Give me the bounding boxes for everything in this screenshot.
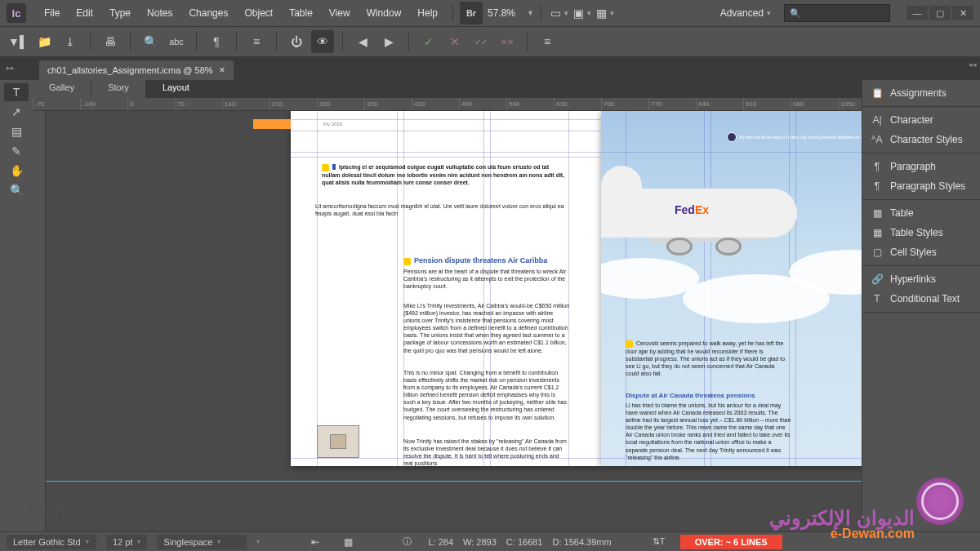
type-tool-icon[interactable]: T	[4, 83, 29, 101]
note-icon[interactable]	[322, 164, 329, 171]
panel-conditional-text[interactable]: TConditional Text	[862, 289, 980, 309]
search-input[interactable]: 🔍	[784, 4, 890, 22]
panel-table[interactable]: ▦Table	[862, 203, 980, 223]
position-tool-icon[interactable]: ↗	[4, 103, 29, 121]
find-icon[interactable]: 🔍	[139, 30, 162, 53]
print-icon[interactable]: 🖶	[99, 30, 122, 53]
accept-icon[interactable]: ✓	[417, 30, 440, 53]
image-frame[interactable]	[317, 425, 359, 458]
indent-right-icon[interactable]: ▦	[336, 531, 359, 552]
conditional-text-icon: T	[871, 293, 884, 304]
panel-dock: ◂◂ 📋AssignmentsA|CharacterᴬACharacter St…	[862, 80, 980, 531]
update-icon[interactable]: ▼▌	[7, 30, 29, 53]
note-icon[interactable]	[626, 340, 633, 348]
measure-l: L: 284	[428, 537, 453, 547]
font-selector[interactable]: Letter Gothic Std ▾	[7, 535, 96, 549]
screen-mode-icon[interactable]: ▣▾	[571, 2, 594, 24]
note-icon[interactable]	[403, 258, 411, 265]
menu-file[interactable]: File	[36, 2, 68, 24]
article-body[interactable]: This is no minor spat. Changing from a b…	[403, 369, 567, 421]
reject-icon[interactable]: ✕	[443, 30, 466, 53]
panel-character-styles[interactable]: ᴬACharacter Styles	[862, 130, 980, 149]
track-changes-icon[interactable]: ≡	[245, 30, 268, 53]
show-hidden-icon[interactable]: ¶	[205, 30, 228, 53]
page-spread-right[interactable]: Fly with me all the way to Turkey City, …	[601, 111, 862, 466]
open-icon[interactable]: 📁	[33, 30, 56, 53]
close-tab-icon[interactable]: ×	[220, 64, 225, 76]
globe-badge: Fly with me all the way to Turkey City, …	[727, 132, 862, 142]
power-icon[interactable]: ⏻	[285, 30, 308, 53]
arrange-icon[interactable]: ▦▾	[594, 2, 617, 24]
expand-handle-icon[interactable]: ▸▸	[7, 64, 15, 72]
article-body[interactable]: Cerovski seems prepared to walk away, ye…	[626, 340, 785, 376]
panel-hyperlinks[interactable]: 🔗Hyperlinks	[862, 269, 980, 289]
zoom-value: 57.8%	[483, 6, 520, 20]
menu-table[interactable]: Table	[281, 2, 321, 24]
reject-all-icon[interactable]: ✕✕	[496, 30, 519, 53]
preview-icon[interactable]: 👁	[311, 30, 334, 53]
save-icon[interactable]: ⤓	[59, 30, 82, 53]
menu-edit[interactable]: Edit	[68, 2, 101, 24]
collapse-panels-icon[interactable]: ◂◂	[969, 60, 977, 69]
menu-icon[interactable]: ≡	[536, 30, 559, 53]
bridge-button[interactable]: Br	[460, 2, 483, 24]
menu-object[interactable]: Object	[236, 2, 281, 24]
panel-assignments[interactable]: 📋Assignments	[862, 83, 980, 103]
article-headline[interactable]: Dispute at Air Canada threatens pensions	[626, 392, 789, 400]
article-body[interactable]: Now Trinity has raised the stakes by "re…	[403, 438, 567, 467]
menu-window[interactable]: Window	[359, 2, 410, 24]
prev-icon[interactable]: ◀	[351, 30, 374, 53]
menu-view[interactable]: View	[321, 2, 359, 24]
tab-story[interactable]: Story	[91, 80, 146, 98]
workspace-label: Advanced	[720, 7, 764, 19]
article-headline[interactable]: Pension dispute threatens Air Caribba	[414, 256, 547, 264]
tab-layout[interactable]: Layout	[146, 80, 207, 98]
hand-tool-icon[interactable]: ✋	[4, 162, 29, 180]
workspace-selector[interactable]: Advanced ▾	[714, 4, 777, 22]
bag-icon	[330, 434, 346, 449]
article-body[interactable]: Mike Li's Trinity Investments, Air Caibb…	[403, 302, 570, 354]
next-icon[interactable]: ▶	[377, 30, 400, 53]
measure-d: D: 1564.39mm	[553, 537, 612, 547]
minimize-button[interactable]: —	[906, 6, 928, 20]
maximize-button[interactable]: ▢	[929, 6, 951, 20]
panel-table-styles[interactable]: ▦Table Styles	[862, 223, 980, 242]
panel-cell-styles[interactable]: ▢Cell Styles	[862, 242, 980, 262]
page-spread-left[interactable]: Fly 2016 Ipiscing el er sequismod euigue…	[291, 111, 601, 466]
zoom-selector[interactable]: 57.8% ▼	[483, 6, 534, 20]
separator	[196, 32, 197, 51]
eyedropper-icon[interactable]: ✎	[4, 142, 29, 160]
intro-bold-text[interactable]: Ipiscing el er sequismod euigue eugait v…	[322, 164, 564, 185]
horizontal-ruler: -70-140070140210280350420490560630700770…	[33, 98, 862, 111]
copyfit-icon[interactable]: ⇅T	[648, 531, 670, 552]
menu-help[interactable]: Help	[409, 2, 446, 24]
zoom-tool-icon[interactable]: 🔍	[4, 181, 29, 199]
note-tool-icon[interactable]: ▤	[4, 122, 29, 140]
panel-paragraph-styles[interactable]: ¶Paragraph Styles	[862, 176, 980, 196]
accept-all-icon[interactable]: ✓✓	[470, 30, 492, 53]
view-options-icon[interactable]: ▭▾	[548, 2, 571, 24]
panel-label: Paragraph	[890, 161, 936, 172]
menu-type[interactable]: Type	[101, 2, 139, 24]
layout-canvas[interactable]: Fly 2016 Ipiscing el er sequismod euigue…	[46, 111, 862, 531]
paragraph-icon: ¶	[871, 161, 884, 172]
tab-galley[interactable]: Galley	[33, 80, 91, 98]
expand-icon[interactable]: ▾	[256, 538, 260, 545]
panel-paragraph[interactable]: ¶Paragraph	[862, 157, 980, 176]
document-tab[interactable]: ch01_allstories_Assignment.icma @ 58% ×	[39, 60, 234, 80]
menu-changes[interactable]: Changes	[180, 2, 236, 24]
intro-text[interactable]: Lit amcortismodigna faccum mod magnibh e…	[315, 202, 568, 217]
info-icon[interactable]: ⓘ	[395, 531, 418, 552]
menu-notes[interactable]: Notes	[139, 2, 180, 24]
close-button[interactable]: ✕	[952, 6, 973, 20]
indent-left-icon[interactable]: ⇤	[304, 531, 327, 552]
document-tab-label: ch01_allstories_Assignment.icma @ 58%	[47, 65, 213, 75]
font-size-selector[interactable]: 12 pt ▾	[106, 535, 147, 549]
ruler-tick: 770	[648, 98, 662, 111]
article-subhead[interactable]: Pensions are at the heart of a dispute t…	[403, 268, 567, 290]
font-label: Letter Gothic Std	[13, 537, 81, 547]
panel-character[interactable]: A|Character	[862, 110, 980, 130]
article-body[interactable]: Li has tried to blame the unions, but hi…	[626, 402, 793, 461]
leading-selector[interactable]: Singlespace ▾	[157, 535, 247, 549]
spellcheck-icon[interactable]: abc	[165, 30, 188, 53]
